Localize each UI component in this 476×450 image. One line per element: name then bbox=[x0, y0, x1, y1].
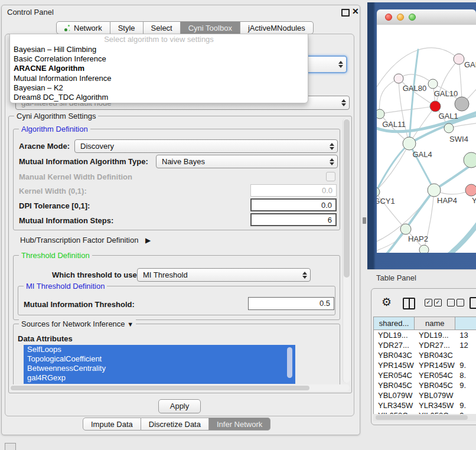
network-node-gal10[interactable] bbox=[428, 79, 438, 89]
split-columns-icon[interactable] bbox=[403, 298, 415, 309]
mi-type-combobox[interactable]: Naive Bayes bbox=[156, 155, 338, 168]
algorithm-option[interactable]: Bayesian – Hill Climbing bbox=[10, 45, 308, 54]
bottom-tab-impute-data[interactable]: Impute Data bbox=[83, 418, 141, 431]
select-all-columns-icon[interactable]: ✓ ✓ bbox=[425, 299, 442, 306]
settings-scrollbar-thumb[interactable] bbox=[344, 119, 350, 278]
table-row[interactable]: YBL079WYBL079W bbox=[374, 390, 476, 400]
algorithm-option[interactable]: Bayesian – K2 bbox=[10, 83, 308, 93]
settings-hscrollbar-thumb[interactable] bbox=[11, 386, 309, 390]
network-icon bbox=[64, 24, 71, 31]
tab-label: jActiveMNodules bbox=[248, 24, 305, 32]
window-grip-icon[interactable] bbox=[5, 443, 16, 450]
apply-button[interactable]: Apply bbox=[158, 399, 201, 413]
table-row[interactable]: YLR345WYLR345W9. bbox=[374, 400, 476, 410]
table-cell bbox=[455, 390, 476, 400]
tab-jactivemnodules[interactable]: jActiveMNodules bbox=[240, 21, 314, 34]
close-icon[interactable]: ✕ bbox=[352, 6, 359, 16]
data-attributes-label: Data Attributes bbox=[18, 334, 73, 343]
combo-stepper-icon bbox=[338, 61, 343, 68]
expand-arrow-icon[interactable]: ▼ bbox=[127, 321, 133, 328]
close-traffic-light-icon[interactable] bbox=[385, 14, 392, 21]
data-attribute-item[interactable]: gal4RGexp bbox=[24, 373, 295, 383]
deselect-all-columns-icon[interactable] bbox=[447, 299, 464, 306]
network-node-gal1[interactable] bbox=[430, 101, 441, 112]
table-row[interactable]: YER054CYER054C8. bbox=[374, 370, 476, 380]
network-node-gal11[interactable] bbox=[377, 109, 384, 119]
tab-network[interactable]: Network bbox=[56, 21, 110, 34]
table-cell: YER054C bbox=[415, 370, 455, 380]
tab-label: Network bbox=[74, 24, 102, 32]
table-row[interactable]: YPR145WYPR145W9. bbox=[374, 360, 476, 370]
algorithm-option[interactable]: Dream8 DC_TDC Algorithm bbox=[10, 93, 308, 102]
bottom-tab-discretize-data[interactable]: Discretize Data bbox=[141, 418, 209, 431]
network-node[interactable] bbox=[455, 97, 469, 111]
table-cell: YLR345W bbox=[374, 400, 415, 410]
network-node-gal4[interactable] bbox=[403, 137, 416, 150]
column-header[interactable]: shared... bbox=[374, 317, 415, 330]
tab-select[interactable]: Select bbox=[144, 21, 181, 34]
column-header[interactable]: name bbox=[415, 317, 455, 330]
panel-splitter-handle[interactable] bbox=[363, 217, 366, 224]
network-node-gcy1[interactable] bbox=[377, 187, 380, 197]
network-node-label: GAL1 bbox=[438, 112, 458, 120]
algorithm-definition-title: Algorithm Definition bbox=[19, 125, 90, 133]
attributes-list-scrollbar-thumb[interactable] bbox=[287, 347, 292, 378]
table-cell: YDL19... bbox=[374, 330, 415, 340]
minimize-traffic-light-icon[interactable] bbox=[397, 14, 404, 21]
data-attribute-item[interactable]: BetweennessCentrality bbox=[24, 364, 295, 373]
network-node-gal[interactable] bbox=[454, 54, 464, 64]
data-attribute-item[interactable]: SelfLoops bbox=[24, 345, 295, 354]
table-cell: YDR27... bbox=[374, 340, 415, 350]
manual-kernel-checkbox[interactable] bbox=[326, 172, 335, 181]
network-window-titlebar[interactable] bbox=[377, 9, 476, 25]
mi-threshold-field[interactable]: 0.5 bbox=[248, 297, 334, 310]
column-header[interactable] bbox=[455, 317, 476, 330]
table-row[interactable]: YDR27...YDR27...12 bbox=[374, 340, 476, 350]
document-icon[interactable] bbox=[470, 297, 476, 309]
zoom-traffic-light-icon[interactable] bbox=[409, 14, 416, 21]
hub-definition-toggle[interactable]: Hub/Transcription Factor Definition ▶ bbox=[20, 236, 151, 244]
settings-vertical-scrollbar[interactable] bbox=[343, 118, 350, 383]
float-window-icon[interactable] bbox=[341, 9, 350, 17]
kernel-width-field[interactable]: 0.0 bbox=[250, 184, 337, 197]
table-hscrollbar-thumb[interactable] bbox=[376, 415, 468, 420]
dpi-tolerance-field[interactable]: 0.0 bbox=[250, 198, 337, 211]
network-node-gal80[interactable] bbox=[394, 74, 403, 83]
tab-style[interactable]: Style bbox=[110, 21, 144, 34]
algorithm-option[interactable]: Mutual Information Inference bbox=[10, 74, 308, 83]
table-cell: YBR043C bbox=[415, 350, 455, 360]
hub-definition-label: Hub/Transcription Factor Definition bbox=[20, 236, 138, 244]
aracne-mode-combobox[interactable]: Discovery bbox=[74, 139, 338, 153]
tab-label: Select bbox=[151, 24, 172, 32]
settings-horizontal-scrollbar[interactable] bbox=[9, 384, 350, 391]
table-cell: 9. bbox=[455, 400, 476, 410]
table-row[interactable]: YDL19...YDL19...13 bbox=[374, 330, 476, 340]
algorithm-dropdown-prompt: Select algorithm to view settings bbox=[10, 34, 308, 45]
algorithm-option[interactable]: ARACNE Algorithm bbox=[10, 64, 308, 73]
network-node-y[interactable] bbox=[465, 184, 476, 196]
network-graph[interactable]: GALGAL80GAL10GAL1GAL11SWI4GAL4GCY1HAP4YH… bbox=[377, 25, 476, 253]
collapse-arrow-icon[interactable]: ▶ bbox=[145, 236, 151, 244]
combo-stepper-icon bbox=[341, 99, 345, 106]
algorithm-option[interactable]: Basic Correlation Inference bbox=[10, 54, 308, 64]
tab-label: Cyni Toolbox bbox=[188, 24, 232, 32]
network-node-label: GAL11 bbox=[382, 120, 406, 129]
table-row[interactable]: YBR045CYBR045C9. bbox=[374, 380, 476, 390]
data-attribute-item[interactable]: TopologicalCoefficient bbox=[24, 354, 295, 364]
network-node-hap2[interactable] bbox=[400, 224, 411, 234]
network-node-hap4[interactable] bbox=[428, 184, 441, 197]
network-canvas[interactable]: GALGAL80GAL10GAL1GAL11SWI4GAL4GCY1HAP4YH… bbox=[377, 25, 476, 253]
which-threshold-combobox[interactable]: MI Threshold bbox=[137, 268, 311, 282]
tab-cyni-toolbox[interactable]: Cyni Toolbox bbox=[181, 21, 240, 34]
which-threshold-value: MI Threshold bbox=[143, 270, 188, 279]
table-row[interactable]: YBR043CYBR043C bbox=[374, 350, 476, 360]
network-node-swi4[interactable] bbox=[444, 123, 454, 133]
network-node[interactable] bbox=[419, 245, 429, 253]
network-node[interactable] bbox=[464, 152, 476, 168]
table-cell: 8. bbox=[455, 370, 476, 380]
gear-icon[interactable]: ⚙ bbox=[382, 296, 392, 308]
bottom-tab-infer-network[interactable]: Infer Network bbox=[209, 418, 270, 431]
mi-steps-field[interactable]: 6 bbox=[250, 213, 337, 226]
aracne-mode-label: Aracne Mode: bbox=[19, 142, 70, 151]
combo-stepper-icon bbox=[330, 143, 334, 150]
